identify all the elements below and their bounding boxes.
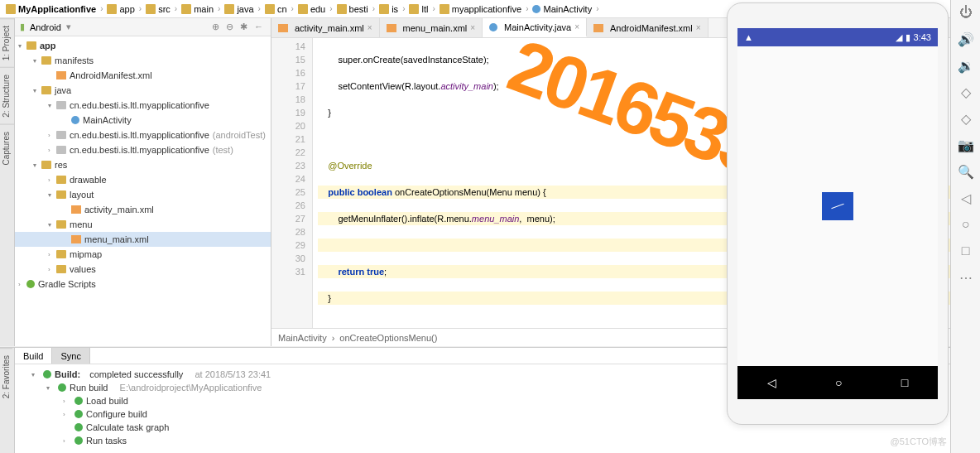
folder-icon (41, 86, 51, 94)
chevron-right-icon: › (432, 4, 435, 13)
tree-node-app[interactable]: ▾app (15, 38, 271, 53)
breadcrumb-item[interactable]: java (222, 4, 256, 14)
overview-icon[interactable]: □ (958, 243, 973, 258)
more-icon[interactable]: ⋯ (958, 270, 973, 285)
breadcrumb-label: app (119, 4, 134, 14)
line-number: 19 (273, 106, 305, 119)
tree-node-drawable[interactable]: ›drawable (15, 172, 271, 187)
crumb-class[interactable]: MainActivity (278, 333, 327, 343)
power-icon[interactable]: ⏻ (958, 5, 973, 20)
breadcrumb-item[interactable]: cn (262, 4, 290, 14)
tree-node-activity-main[interactable]: activity_main.xml (15, 202, 271, 217)
tree-node-manifest-file[interactable]: AndroidManifest.xml (15, 68, 271, 83)
breadcrumb-item[interactable]: app (104, 4, 137, 14)
build-text: Run build (70, 383, 108, 393)
breadcrumb-item[interactable]: MainActivity (530, 4, 594, 14)
xml-icon (278, 24, 288, 32)
tree-label: layout (70, 190, 94, 200)
chevron-down-icon[interactable]: ▾ (66, 22, 71, 32)
panel-title[interactable]: Android (30, 22, 61, 32)
home-button[interactable]: ○ (835, 376, 842, 389)
tab-structure[interactable]: 2: Structure (0, 67, 14, 124)
back-icon[interactable]: ◁ (958, 190, 973, 205)
code-line: setContentView(R.layout. (318, 81, 440, 91)
build-row[interactable]: ›Run tasks (22, 434, 944, 447)
tree-node-menu[interactable]: ▾menu (15, 217, 271, 232)
close-icon[interactable]: × (696, 23, 701, 32)
rotate-right-icon[interactable]: ◇ (958, 111, 973, 126)
tab-menu-main[interactable]: menu_main.xml× (380, 18, 483, 37)
code-token: activity_main (440, 81, 493, 91)
breadcrumb-item[interactable]: ltl (406, 4, 430, 14)
success-icon (74, 436, 83, 445)
tab-sync[interactable]: Sync (52, 348, 89, 364)
tab-project[interactable]: 1: Project (0, 18, 14, 67)
project-tree[interactable]: ▾app ▾manifests AndroidManifest.xml ▾jav… (15, 36, 271, 346)
breadcrumb-item[interactable]: main (179, 4, 216, 14)
breadcrumb-item[interactable]: besti (334, 4, 371, 14)
tree-node-package[interactable]: ▾cn.edu.besti.is.ltl.myapplicationfive (15, 98, 271, 113)
breadcrumb-item[interactable]: myapplicationfive (437, 4, 524, 14)
breadcrumb-label: MyApplicationfive (18, 4, 96, 14)
tab-androidmanifest[interactable]: AndroidManifest.xml× (587, 18, 709, 37)
project-panel: ▮ Android ▾ ⊕ ⊖ ✱ ← ▾app ▾manifests Andr… (15, 18, 271, 346)
status-time: 3:43 (914, 32, 931, 42)
target-icon[interactable]: ⊖ (226, 22, 238, 33)
rotate-left-icon[interactable]: ◇ (958, 84, 973, 99)
tab-favorites[interactable]: 2: Favorites (0, 348, 12, 405)
tab-mainactivity[interactable]: MainActivity.java× (483, 18, 587, 37)
app-content[interactable] (737, 46, 938, 366)
back-button[interactable]: ◁ (767, 376, 776, 389)
breadcrumb-item[interactable]: src (143, 4, 173, 14)
tab-captures[interactable]: Captures (0, 124, 14, 172)
tab-activity-main[interactable]: activity_main.xml× (271, 18, 380, 37)
crumb-method[interactable]: onCreateOptionsMenu() (339, 333, 437, 343)
folder-icon (56, 265, 66, 273)
tree-node-mipmap[interactable]: ›mipmap (15, 247, 271, 262)
volume-down-icon[interactable]: 🔉 (958, 58, 973, 73)
tree-node-res[interactable]: ▾res (15, 157, 271, 172)
tree-label: cn.edu.besti.is.ltl.myapplicationfive (70, 130, 209, 140)
recents-button[interactable]: □ (901, 376, 908, 389)
corner-watermark: @51CTO博客 (891, 436, 947, 448)
emulator-screen[interactable]: ▲ ◢ ▮ 3:43 ◁ ○ □ (737, 28, 938, 399)
tree-node-manifests[interactable]: ▾manifests (15, 53, 271, 68)
camera-icon[interactable]: 📷 (958, 137, 973, 152)
emulator-toolbar: ⏻ 🔊 🔉 ◇ ◇ 📷 🔍 ◁ ○ □ ⋯ (950, 0, 980, 453)
breadcrumb-label: cn (277, 4, 287, 14)
folder-icon (440, 4, 449, 14)
breadcrumb-item[interactable]: edu (295, 4, 328, 14)
chevron-right-icon: › (332, 333, 335, 343)
tree-node-package-test[interactable]: ›cn.edu.besti.is.ltl.myapplicationfive(a… (15, 128, 271, 142)
home-icon[interactable]: ○ (958, 217, 973, 232)
gear-icon[interactable]: ✱ (240, 22, 252, 33)
line-number: 17 (273, 80, 305, 93)
tree-node-menu-main[interactable]: menu_main.xml (15, 232, 271, 247)
hide-icon[interactable]: ← (254, 22, 266, 33)
chevron-right-icon: › (526, 4, 528, 13)
collapse-icon[interactable]: ⊕ (212, 22, 223, 33)
code-line: getMenuInflater().inflate(R.menu. (318, 214, 472, 224)
code-token: @Override (328, 161, 372, 171)
breadcrumb-item[interactable]: is (377, 4, 401, 14)
tree-node-gradle[interactable]: ›Gradle Scripts (15, 277, 271, 292)
close-icon[interactable]: × (368, 23, 372, 32)
close-icon[interactable]: × (574, 22, 579, 31)
tree-node-package-unittest[interactable]: ›cn.edu.besti.is.ltl.myapplicationfive(t… (15, 142, 271, 157)
breadcrumb-item[interactable]: MyApplicationfive (3, 4, 98, 14)
line-number: 28 (273, 225, 305, 239)
tree-node-layout[interactable]: ▾layout (15, 187, 271, 202)
build-label: Build: (55, 369, 80, 379)
build-text: completed successfully (89, 369, 183, 379)
nav-bar: ◁ ○ □ (737, 366, 938, 399)
tab-build[interactable]: Build (15, 348, 52, 364)
close-icon[interactable]: × (470, 23, 475, 32)
tree-hint: (test) (213, 145, 233, 155)
tree-node-java[interactable]: ▾java (15, 83, 271, 98)
code-token: return true (338, 267, 384, 277)
tree-node-values[interactable]: ›values (15, 262, 271, 277)
tree-node-mainactivity[interactable]: MainActivity (15, 113, 271, 128)
analog-clock[interactable] (822, 192, 853, 220)
volume-up-icon[interactable]: 🔊 (958, 31, 973, 46)
zoom-icon[interactable]: 🔍 (958, 164, 973, 179)
